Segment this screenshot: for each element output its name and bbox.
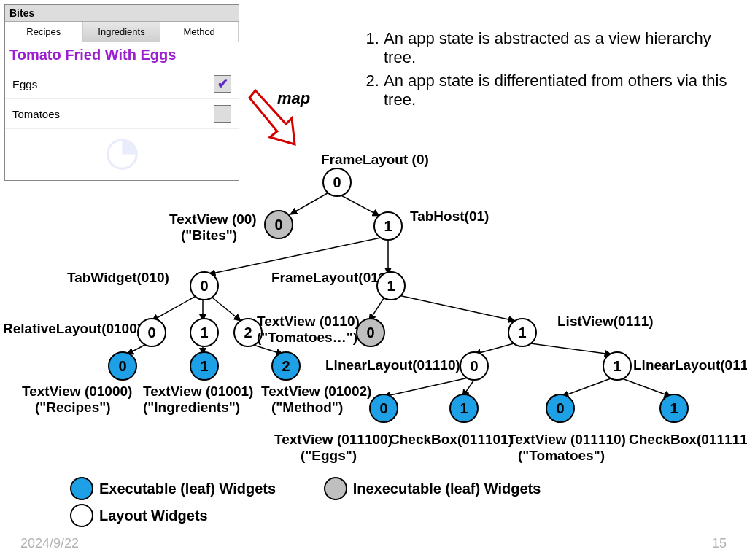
footer-date: 2024/9/22 (20, 536, 79, 551)
leaf-011100b: ("Eggs") (301, 448, 357, 464)
node-011111: 1 (659, 394, 689, 423)
tab-recipes[interactable]: Recipes (5, 22, 83, 42)
node-label-root: FrameLayout (0) (321, 152, 429, 168)
node-010: 0 (190, 271, 219, 300)
node-011100: 0 (369, 394, 398, 423)
bullet-1: An app state is abstracted as a view hie… (384, 29, 747, 67)
node-01: 1 (374, 211, 403, 241)
node-label-01: TabHost(01) (410, 209, 489, 225)
android-watermark-icon: ◔ (5, 127, 239, 174)
node-root: 0 (322, 168, 352, 197)
node-label-0100: RelativeLayout(0100) (3, 321, 142, 337)
node-label-00a: TextView (00) (169, 211, 257, 228)
svg-line-14 (384, 378, 468, 397)
legend-noex-label: Inexecutable (leaf) Widgets (353, 481, 541, 497)
recipe-title: Tomato Fried With Eggs (5, 42, 239, 69)
legend-layout: Layout Widgets (70, 504, 208, 527)
leaf-01002a: TextView (01002) (261, 384, 371, 400)
leaf-011110b: ("Tomatoes") (518, 448, 605, 464)
leaf-01002b: ("Method") (271, 400, 343, 416)
checkbox-eggs[interactable]: ✔ (214, 75, 231, 93)
svg-line-13 (525, 343, 611, 354)
node-label-010: TabWidget(010) (67, 270, 169, 286)
node-label-01110: LinearLayout(01110) (325, 357, 460, 373)
node-01000: 0 (108, 351, 137, 381)
legend-layout-icon (70, 504, 93, 527)
leaf-01001a: TextView (01001) (143, 384, 253, 400)
svg-line-4 (152, 295, 198, 321)
legend-noex: Inexecutable (leaf) Widgets (324, 477, 541, 500)
node-01002: 2 (271, 351, 301, 381)
svg-line-10 (369, 296, 385, 321)
footer-page: 15 (712, 536, 727, 551)
node-label-01111: LinearLayout(011) (633, 357, 747, 373)
node-00: 0 (264, 210, 293, 239)
node-01110: 0 (460, 351, 489, 381)
app-title: Bites (5, 5, 239, 22)
row-label: Tomatoes (12, 108, 60, 120)
node-label-011: FrameLayout(011) (271, 270, 391, 286)
row-label: Eggs (12, 78, 37, 90)
svg-line-0 (290, 191, 331, 214)
leaf-01000b: ("Recipes") (35, 400, 111, 416)
tab-bar: Recipes Ingredients Method (5, 22, 239, 42)
node-label-00b: ("Bites") (181, 228, 237, 244)
legend-layout-label: Layout Widgets (99, 508, 208, 524)
node-01111: 1 (603, 351, 632, 381)
list-item: Eggs ✔ (5, 69, 239, 99)
legend: Executable (leaf) Widgets Inexecutable (… (70, 477, 747, 531)
node-label-0110a: TextView (0110) (257, 314, 360, 330)
svg-line-1 (338, 194, 379, 216)
svg-line-16 (562, 378, 613, 397)
tab-ingredients[interactable]: Ingredients (83, 22, 161, 42)
node-label-0110b: ("Tomatoes…") (257, 330, 357, 346)
app-screenshot: Bites Recipes Ingredients Method Tomato … (4, 4, 239, 181)
node-0100: 0 (137, 318, 166, 347)
checkbox-tomatoes[interactable] (214, 105, 231, 122)
bullet-2: An app state is differentiated from othe… (384, 71, 747, 109)
legend-exec: Executable (leaf) Widgets (70, 477, 276, 500)
leaf-011110a: TextView (011110) (508, 432, 626, 448)
legend-exec-label: Executable (leaf) Widgets (99, 481, 276, 497)
leaf-011111: CheckBox(011111) (629, 432, 747, 448)
slide: Bites Recipes Ingredients Method Tomato … (0, 0, 747, 560)
leaf-011101: CheckBox(011101) (390, 432, 513, 448)
legend-noex-icon (324, 477, 347, 500)
node-011101: 1 (449, 394, 479, 423)
node-011: 1 (376, 271, 406, 300)
svg-line-11 (395, 295, 515, 321)
node-01001: 1 (190, 351, 219, 381)
list-item: Tomatoes (5, 99, 239, 129)
node-0101: 1 (190, 318, 219, 347)
node-011110: 0 (546, 394, 575, 423)
tab-method[interactable]: Method (160, 22, 239, 42)
legend-exec-icon (70, 477, 93, 500)
node-0111: 1 (508, 318, 537, 347)
node-label-0111: ListView(0111) (557, 314, 654, 330)
leaf-01001b: ("Ingredients") (143, 400, 240, 416)
svg-line-6 (209, 295, 241, 321)
map-arrow-icon (248, 85, 299, 150)
explanation-text: An app state is abstracted as a view hie… (363, 29, 747, 114)
svg-line-17 (620, 378, 671, 397)
leaf-01000a: TextView (01000) (22, 384, 132, 400)
node-0110: 0 (356, 318, 385, 347)
leaf-011100a: TextView (011100) (274, 432, 392, 448)
